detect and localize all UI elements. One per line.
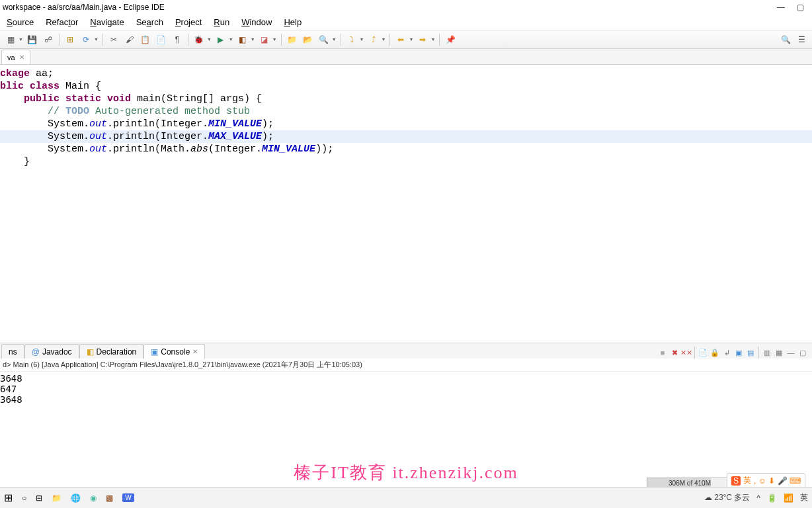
remove-all-icon[interactable]: ⨯⨯ [681,347,692,358]
menu-bar: Source Refactor Navigate Search Project … [0,15,812,30]
watermark-text: 榛子IT教育 it.zhenzikj.com [294,461,518,484]
chrome-icon[interactable]: 🌐 [71,493,81,503]
editor-tabs: va ✕ [0,49,812,65]
app-icon[interactable]: ◉ [90,493,97,503]
title-bar: workspace - aa/src/aa/Main.java - Eclips… [0,0,812,15]
editor-tab-main[interactable]: va ✕ [1,50,30,64]
wifi-icon[interactable]: 📶 [784,493,793,503]
editor-tab-label: va [7,54,15,62]
maximize-button[interactable]: ▢ [797,3,804,12]
menu-run[interactable]: Run [214,17,229,27]
prev-annotation-icon[interactable]: ⤴ [367,33,380,46]
next-annotation-icon[interactable]: ⤵ [345,33,358,46]
open-type-icon[interactable]: 📂 [302,33,315,46]
close-icon[interactable]: ✕ [192,348,198,355]
save-all-icon[interactable]: ☍ [42,33,55,46]
menu-search[interactable]: Search [136,17,163,27]
code-editor[interactable]: ckage aa; blic class Main { public stati… [0,65,812,343]
new-icon[interactable]: ▦ [4,33,17,46]
forward-icon[interactable]: ➡ [416,33,429,46]
tab-declaration[interactable]: ◧Declaration [79,344,144,359]
back-icon[interactable]: ⬅ [394,33,407,46]
close-icon[interactable]: ✕ [19,54,24,61]
minimize-view-icon[interactable]: — [786,347,796,358]
display-selected-icon[interactable]: ▤ [745,347,756,358]
maximize-view-icon[interactable]: ▢ [797,347,808,358]
taskbar: ⊞ ○ ⊟ 📁 🌐 ◉ ▩ W ☁ 23°C 多云 ^ 🔋 📶 英 [0,487,812,508]
pin-console-icon[interactable]: ▥ [762,347,772,358]
menu-refactor[interactable]: Refactor [46,17,78,27]
tab-console[interactable]: ▣Console✕ [143,344,205,359]
terminate-icon[interactable]: ■ [657,347,668,358]
start-icon[interactable]: ⊞ [4,491,13,504]
console-header: d> Main (6) [Java Application] C:\Progra… [0,359,812,372]
package-icon[interactable]: ⊞ [63,33,77,46]
menu-navigate[interactable]: Navigate [90,17,124,27]
external-icon[interactable]: ◪ [258,33,271,46]
coverage-icon[interactable]: ◧ [236,33,249,46]
text-icon[interactable]: ¶ [171,33,184,46]
search-icon[interactable]: 🔍 [779,33,792,46]
wps-icon[interactable]: W [122,493,134,502]
bottom-tabs: ns @Javadoc ◧Declaration ▣Console✕ ■ ✖ ⨯… [0,343,812,359]
refresh-icon[interactable]: ⟳ [79,33,93,46]
show-console-icon[interactable]: ▣ [733,347,744,358]
menu-source[interactable]: Source [7,17,34,27]
pin-icon[interactable]: 📌 [444,33,457,46]
explorer-icon[interactable]: 📁 [52,493,61,503]
menu-project[interactable]: Project [175,17,202,27]
open-console-icon[interactable]: ▦ [774,347,784,358]
copy-icon[interactable]: 📄 [155,33,168,46]
battery-icon[interactable]: 🔋 [767,493,777,503]
ime-indicator[interactable]: S 英 , ☺ ⬇ 🎤 ⌨ [727,473,805,488]
task-view-icon[interactable]: ⊟ [36,493,42,503]
menu-window[interactable]: Window [241,17,272,27]
main-toolbar: ▦▼ 💾 ☍ ⊞ ⟳▼ ✂ 🖌 📋 📄 ¶ 🐞▼ ▶▼ ◧▼ ◪▼ 📁 📂 🔍▼… [0,30,812,49]
search-taskbar-icon[interactable]: ○ [22,493,26,503]
open-folder-icon[interactable]: 📁 [286,33,299,46]
tab-problems[interactable]: ns [1,344,24,359]
cut-icon[interactable]: ✂ [107,33,120,46]
debug-icon[interactable]: 🐞 [192,33,206,46]
minimize-button[interactable]: — [777,3,785,12]
app-icon-2[interactable]: ▩ [106,493,113,503]
paint-icon[interactable]: 🖌 [123,33,136,46]
open-task-icon[interactable]: 🔍 [317,33,331,46]
weather-icon[interactable]: ☁ 23°C 多云 [704,492,751,503]
word-wrap-icon[interactable]: ↲ [721,347,732,358]
perspective-icon[interactable]: ☰ [795,33,808,46]
console-output[interactable]: 3648 647 3648 [0,372,812,444]
remove-launch-icon[interactable]: ✖ [669,347,680,358]
scroll-lock-icon[interactable]: 🔒 [710,347,720,358]
tab-javadoc[interactable]: @Javadoc [24,344,79,359]
paste-icon[interactable]: 📋 [139,33,152,46]
save-icon[interactable]: 💾 [26,33,39,46]
run-icon[interactable]: ▶ [214,33,227,46]
ime-tray-icon[interactable]: 英 [800,492,808,503]
clear-console-icon[interactable]: 📄 [698,347,708,358]
window-title: workspace - aa/src/aa/Main.java - Eclips… [3,3,165,12]
tray-up-icon[interactable]: ^ [756,493,760,503]
menu-help[interactable]: Help [284,17,302,27]
